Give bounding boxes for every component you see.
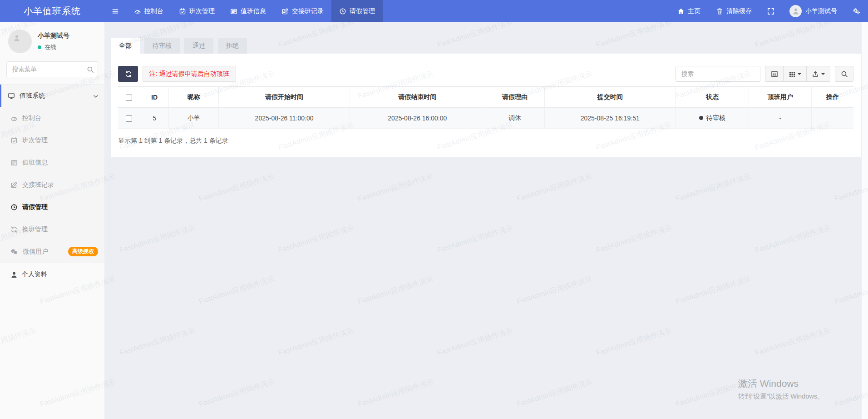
sidebar-item-shift-management[interactable]: 班次管理 <box>0 129 104 151</box>
record-summary: 显示第 1 到第 1 条记录，总共 1 条记录 <box>118 137 853 145</box>
navtab-label: 控制台 <box>144 7 163 15</box>
notice-text: 注: 通过请假申请后自动顶班 <box>143 66 236 82</box>
column-header-status[interactable]: 状态 <box>676 87 749 108</box>
tab-pending[interactable]: 待审核 <box>144 38 180 54</box>
column-header-nickname[interactable]: 昵称 <box>169 87 219 108</box>
sidebar-item-label: 交接班记录 <box>22 181 54 189</box>
caret-down-icon <box>821 73 825 75</box>
export-dropdown-button[interactable] <box>807 66 830 82</box>
menu-search <box>6 61 98 77</box>
detail-view-button[interactable] <box>765 66 784 82</box>
navtab-dashboard[interactable]: 控制台 <box>126 0 171 22</box>
list-icon <box>10 159 17 166</box>
settings-button[interactable] <box>845 0 868 22</box>
calendar-icon <box>10 137 17 144</box>
windows-activation-title: 激活 Windows <box>738 377 824 390</box>
table-search-input[interactable] <box>676 66 760 82</box>
column-header-reason[interactable]: 请假理由 <box>485 87 544 108</box>
premium-badge: 高级授权 <box>68 247 98 256</box>
watermark-text: FastAdmin应用插件演示 <box>595 326 673 358</box>
desktop-icon <box>8 92 15 99</box>
watermark-text: FastAdmin应用插件演示 <box>198 377 276 409</box>
watermark-text: FastAdmin应用插件演示 <box>516 377 593 409</box>
home-button[interactable]: 主页 <box>670 0 708 22</box>
navtab-label: 值班信息 <box>241 7 266 15</box>
username-label: 小羊测试号 <box>805 7 837 15</box>
table-view-button-group <box>765 66 830 82</box>
column-header-substitute[interactable]: 顶班用户 <box>749 87 812 108</box>
sidebar-item-label: 请假管理 <box>22 203 48 211</box>
sidebar: 小羊测试号 在线 值班系统 控制台 班次管理 值班信息 <box>0 22 104 419</box>
search-icon <box>841 70 848 77</box>
leave-table: ID 昵称 请假开始时间 请假结束时间 请假理由 提交时间 状态 顶班用户 操作… <box>118 86 853 129</box>
sidebar-item-wechat-users[interactable]: 微信用户 高级授权 <box>0 240 104 263</box>
watermark-text: FastAdmin应用插件演示 <box>436 326 514 358</box>
search-icon <box>87 66 94 73</box>
sidebar-group-duty-system[interactable]: 值班系统 <box>0 85 104 107</box>
select-all-header <box>118 87 140 108</box>
toolbar-right <box>676 66 853 82</box>
navtab-duty-info[interactable]: 值班信息 <box>222 0 274 22</box>
select-all-checkbox[interactable] <box>126 95 132 101</box>
refresh-icon <box>10 226 17 233</box>
edit-icon <box>10 181 17 188</box>
navtab-label: 交接班记录 <box>292 7 324 15</box>
avatar <box>789 5 802 17</box>
cell-status: 待审核 <box>676 108 749 129</box>
hamburger-icon <box>112 8 119 15</box>
windows-activation-notice: 激活 Windows 转到“设置”以激活 Windows。 <box>738 377 824 401</box>
sidebar-item-leave-management[interactable]: 请假管理 <box>0 196 104 218</box>
sidebar-item-profile[interactable]: 个人资料 <box>0 263 104 285</box>
sidebar-item-dashboard[interactable]: 控制台 <box>0 107 104 129</box>
navtab-label: 班次管理 <box>189 7 215 15</box>
user-icon <box>10 271 17 278</box>
watermark-text: FastAdmin应用插件演示 <box>198 274 276 307</box>
online-dot <box>38 45 41 49</box>
user-menu[interactable]: 小羊测试号 <box>782 0 845 22</box>
columns-dropdown-button[interactable] <box>784 66 807 82</box>
home-icon <box>677 8 684 15</box>
gauge-icon <box>134 8 141 15</box>
watermark-text: FastAdmin应用插件演示 <box>754 223 832 255</box>
search-button[interactable] <box>835 66 853 82</box>
watermark-text: FastAdmin应用插件演示 <box>357 172 434 204</box>
table-header-row: ID 昵称 请假开始时间 请假结束时间 请假理由 提交时间 状态 顶班用户 操作 <box>118 87 853 108</box>
watermark-text: FastAdmin应用插件演示 <box>118 326 196 358</box>
watermark-text: FastAdmin应用插件演示 <box>675 172 752 204</box>
sidebar-item-duty-info[interactable]: 值班信息 <box>0 151 104 174</box>
column-header-end-time[interactable]: 请假结束时间 <box>350 87 485 108</box>
list-icon <box>230 8 237 15</box>
watermark-text: FastAdmin应用插件演示 <box>516 274 593 307</box>
navtab-label: 请假管理 <box>350 7 375 15</box>
sidebar-item-label: 控制台 <box>22 114 41 122</box>
avatar <box>8 30 32 53</box>
tab-rejected[interactable]: 拒绝 <box>218 38 247 54</box>
sidebar-group-label: 值班系统 <box>20 92 45 100</box>
cell-actions <box>812 108 853 129</box>
column-header-submit-time[interactable]: 提交时间 <box>545 87 676 108</box>
navtab-handover-records[interactable]: 交接班记录 <box>274 0 331 22</box>
status-dot-icon <box>699 116 703 120</box>
refresh-button[interactable] <box>118 66 138 82</box>
row-checkbox[interactable] <box>126 115 132 122</box>
tab-all[interactable]: 全部 <box>111 38 140 54</box>
navtab-shift-management[interactable]: 班次管理 <box>171 0 222 22</box>
sidebar-item-swap-management[interactable]: 换班管理 <box>0 218 104 240</box>
sidebar-toggle-button[interactable] <box>104 0 126 22</box>
scrollbar-track[interactable] <box>861 22 868 419</box>
sidebar-item-label: 换班管理 <box>22 225 48 234</box>
sidebar-item-handover-records[interactable]: 交接班记录 <box>0 174 104 196</box>
caret-down-icon <box>798 73 801 75</box>
edit-icon <box>281 8 288 15</box>
column-header-start-time[interactable]: 请假开始时间 <box>219 87 350 108</box>
menu-search-input[interactable] <box>6 61 98 77</box>
navtab-leave-management[interactable]: 请假管理 <box>331 0 383 22</box>
clear-cache-button[interactable]: 清除缓存 <box>708 0 760 22</box>
sidebar-item-label: 班次管理 <box>22 136 48 145</box>
sidebar-item-label: 值班信息 <box>22 159 48 167</box>
sidebar-item-label: 微信用户 <box>23 248 48 256</box>
column-header-id[interactable]: ID <box>140 87 169 108</box>
tab-approved[interactable]: 通过 <box>184 38 213 54</box>
trash-icon <box>716 8 723 15</box>
fullscreen-button[interactable] <box>760 0 782 22</box>
